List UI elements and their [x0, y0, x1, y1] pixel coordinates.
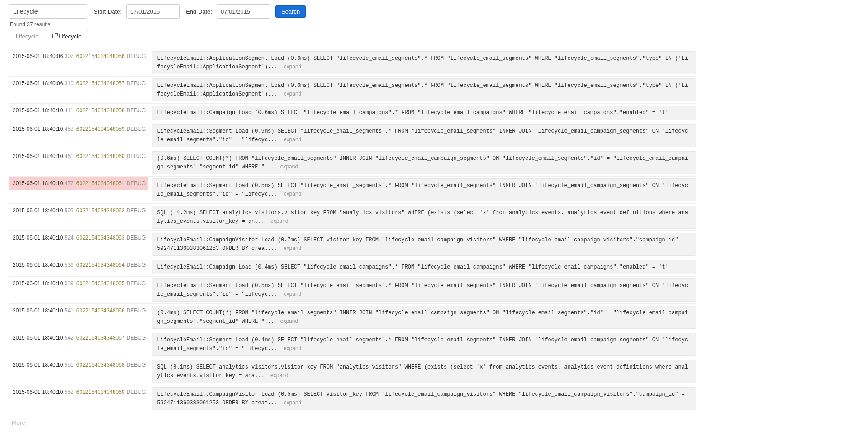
- log-meta: 2015-06-01 18:40:10.5426022154034348067D…: [9, 331, 148, 345]
- tab-lifecycle-inactive[interactable]: Lifecycle: [9, 30, 46, 43]
- log-sequence-link[interactable]: 6022154034348061: [76, 180, 125, 187]
- expand-link[interactable]: expand: [270, 372, 288, 379]
- expand-link[interactable]: expand: [280, 318, 298, 324]
- log-row: 2015-06-01 18:40:10.5396022154034348065D…: [9, 276, 696, 303]
- more-link[interactable]: More: [12, 419, 25, 426]
- tab-lifecycle-active-label: Lifecycle: [59, 33, 82, 40]
- log-timestamp: 2015-06-01 18:40:10: [13, 280, 63, 287]
- expand-link[interactable]: expand: [284, 136, 301, 143]
- log-sequence-link[interactable]: 6022154034348059: [76, 126, 125, 132]
- expand-link[interactable]: expand: [284, 291, 301, 297]
- expand-link[interactable]: expand: [280, 163, 298, 170]
- log-meta: 2015-06-01 18:40:06.3076022154034348056D…: [9, 49, 148, 63]
- log-meta: 2015-06-01 18:40:10.5056022154034348062D…: [9, 204, 148, 217]
- start-date-input[interactable]: [126, 4, 180, 19]
- log-row: 2015-06-01 18:40:10.5416022154034348066D…: [9, 303, 696, 331]
- log-row: 2015-06-01 18:40:10.5246022154034348063D…: [9, 230, 696, 258]
- expand-link[interactable]: expand: [284, 63, 301, 70]
- log-timestamp-ms: .461: [63, 153, 73, 159]
- log-list: 2015-06-01 18:40:06.3076022154034348056D…: [9, 49, 696, 412]
- log-sequence-link[interactable]: 6022154034348065: [76, 280, 125, 287]
- log-level: DEBUG: [127, 280, 146, 287]
- log-sequence-link[interactable]: 6022154034348057: [76, 80, 125, 86]
- log-timestamp: 2015-06-01 18:40:10: [13, 107, 63, 114]
- log-timestamp: 2015-06-01 18:40:10: [13, 307, 63, 314]
- end-date-input[interactable]: [217, 4, 270, 19]
- log-message: LifecycleEmail::Segment Load (0.5ms) SEL…: [152, 278, 696, 302]
- log-row: 2015-06-01 18:40:10.5426022154034348067D…: [9, 331, 696, 358]
- expand-link[interactable]: expand: [284, 91, 301, 97]
- log-level: DEBUG: [127, 207, 146, 214]
- log-timestamp: 2015-06-01 18:40:10: [13, 126, 63, 132]
- log-timestamp-ms: .542: [63, 335, 73, 341]
- log-message: SQL (8.1ms) SELECT analytics_visitors.vi…: [152, 360, 696, 383]
- log-message: LifecycleEmail::Segment Load (0.4ms) SEL…: [152, 333, 696, 356]
- log-level: DEBUG: [127, 180, 146, 187]
- log-timestamp: 2015-06-01 18:40:10: [13, 235, 63, 241]
- log-level: DEBUG: [127, 53, 146, 59]
- log-message: LifecycleEmail::Segment Load (0.5ms) SEL…: [152, 178, 696, 201]
- log-timestamp-ms: .477: [63, 180, 73, 187]
- log-message: LifecycleEmail::Campaign Load (0.6ms) SE…: [152, 106, 696, 120]
- log-message: LifecycleEmail::ApplicationSegment Load …: [152, 51, 696, 74]
- log-row: 2015-06-01 18:40:10.4616022154034348060D…: [9, 149, 696, 176]
- expand-link[interactable]: expand: [284, 245, 301, 251]
- log-meta: 2015-06-01 18:40:10.4586022154034348059D…: [9, 122, 148, 136]
- log-meta: 2015-06-01 18:40:10.4616022154034348060D…: [9, 149, 148, 163]
- log-level: DEBUG: [127, 307, 146, 314]
- log-sequence-link[interactable]: 6022154034348058: [76, 107, 125, 114]
- search-button[interactable]: Search: [275, 5, 306, 18]
- log-sequence-link[interactable]: 6022154034348060: [76, 153, 125, 159]
- log-timestamp: 2015-06-01 18:40:10: [13, 180, 63, 187]
- search-input[interactable]: [9, 4, 87, 19]
- log-meta: 2015-06-01 18:40:10.5526022154034348069D…: [9, 385, 148, 399]
- external-link-icon: [52, 34, 57, 38]
- log-level: DEBUG: [127, 389, 146, 395]
- search-bar: Start Date: End Date: Search: [9, 4, 696, 19]
- log-meta: 2015-06-01 18:40:10.4116022154034348058D…: [9, 104, 148, 117]
- log-timestamp-ms: .551: [63, 362, 73, 368]
- log-timestamp-ms: .411: [63, 107, 73, 114]
- log-meta: 2015-06-01 18:40:10.5416022154034348066D…: [9, 304, 148, 317]
- log-message: LifecycleEmail::ApplicationSegment Load …: [152, 78, 696, 101]
- log-meta: 2015-06-01 18:40:10.5366022154034348064D…: [9, 258, 148, 272]
- log-meta: 2015-06-01 18:40:10.5396022154034348065D…: [9, 277, 148, 290]
- log-level: DEBUG: [127, 80, 146, 86]
- log-timestamp-ms: .310: [63, 80, 73, 86]
- log-meta: 2015-06-01 18:40:06.3106022154034348057D…: [9, 77, 148, 90]
- log-sequence-link[interactable]: 6022154034348068: [76, 362, 125, 368]
- expand-link[interactable]: expand: [284, 399, 301, 406]
- app-root: Start Date: End Date: Search Found 37 re…: [0, 0, 705, 435]
- log-timestamp-ms: .307: [63, 53, 73, 59]
- log-sequence-link[interactable]: 6022154034348064: [76, 262, 125, 268]
- log-row: 2015-06-01 18:40:10.5516022154034348068D…: [9, 358, 696, 385]
- log-row: 2015-06-01 18:40:10.5056022154034348062D…: [9, 203, 696, 230]
- end-date-label: End Date:: [186, 8, 212, 15]
- log-sequence-link[interactable]: 6022154034348066: [76, 307, 125, 314]
- log-timestamp-ms: .524: [63, 235, 73, 241]
- log-timestamp-ms: .539: [63, 280, 73, 287]
- log-level: DEBUG: [127, 335, 146, 341]
- log-sequence-link[interactable]: 6022154034348067: [76, 335, 125, 341]
- log-timestamp-ms: .541: [63, 307, 73, 314]
- log-row: 2015-06-01 18:40:10.4116022154034348058D…: [9, 103, 696, 122]
- expand-link[interactable]: expand: [284, 191, 301, 197]
- log-level: DEBUG: [127, 235, 146, 241]
- log-timestamp: 2015-06-01 18:40:10: [13, 207, 63, 214]
- log-meta: 2015-06-01 18:40:10.5516022154034348068D…: [9, 358, 148, 372]
- log-level: DEBUG: [127, 153, 146, 159]
- expand-link[interactable]: expand: [270, 218, 288, 224]
- log-timestamp: 2015-06-01 18:40:06: [13, 80, 63, 86]
- log-level: DEBUG: [127, 262, 146, 268]
- log-sequence-link[interactable]: 6022154034348069: [76, 389, 125, 395]
- log-sequence-link[interactable]: 6022154034348062: [76, 207, 125, 214]
- log-sequence-link[interactable]: 6022154034348063: [76, 235, 125, 241]
- log-timestamp: 2015-06-01 18:40:06: [13, 53, 63, 59]
- tab-lifecycle-active[interactable]: Lifecycle: [46, 30, 89, 43]
- log-message: (0.6ms) SELECT COUNT(*) FROM "lifecycle_…: [152, 151, 696, 174]
- expand-link[interactable]: expand: [284, 345, 301, 351]
- results-count: Found 37 results: [10, 21, 696, 28]
- log-level: DEBUG: [127, 107, 146, 114]
- log-sequence-link[interactable]: 6022154034348056: [76, 53, 125, 59]
- log-timestamp-ms: .458: [63, 126, 73, 132]
